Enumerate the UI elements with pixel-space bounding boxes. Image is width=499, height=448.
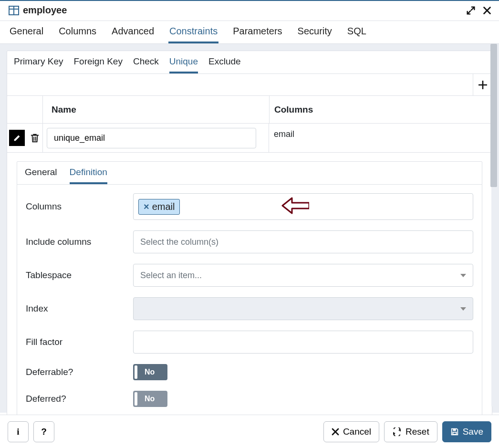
columns-label: Columns xyxy=(26,201,133,212)
chevron-down-icon xyxy=(460,274,466,277)
dialog-title: employee xyxy=(23,5,67,16)
deferrable-toggle[interactable]: No xyxy=(133,364,167,380)
reset-icon xyxy=(392,427,402,436)
subtab-exclude[interactable]: Exclude xyxy=(208,51,241,73)
save-icon xyxy=(450,427,459,436)
tab-sql[interactable]: SQL xyxy=(346,21,367,43)
detailtab-general[interactable]: General xyxy=(25,162,57,184)
grid-row: email xyxy=(7,124,492,153)
remove-tag-icon[interactable]: × xyxy=(144,201,149,212)
detail-tabs: General Definition xyxy=(17,162,482,185)
cancel-button[interactable]: Cancel xyxy=(323,421,379,442)
subtab-check[interactable]: Check xyxy=(133,51,159,73)
tab-advanced[interactable]: Advanced xyxy=(111,21,155,43)
include-placeholder: Select the column(s) xyxy=(140,237,218,247)
tab-columns[interactable]: Columns xyxy=(58,21,97,43)
fill-factor-label: Fill factor xyxy=(26,337,133,347)
grid-header: Name Columns xyxy=(7,96,492,124)
tablespace-select[interactable]: Select an item... xyxy=(133,264,473,287)
content-area: Primary Key Foreign Key Check Unique Exc… xyxy=(0,44,499,413)
tab-general[interactable]: General xyxy=(9,21,44,43)
help-button[interactable]: ? xyxy=(33,421,54,442)
header-columns: Columns xyxy=(269,96,492,123)
titlebar: employee xyxy=(0,1,499,21)
deferred-label: Deferred? xyxy=(26,394,133,404)
svg-rect-3 xyxy=(453,428,456,431)
close-icon[interactable] xyxy=(482,5,492,16)
index-label: Index xyxy=(26,303,133,314)
deferrable-label: Deferrable? xyxy=(26,367,133,377)
column-tag-label: email xyxy=(152,201,175,212)
constraint-columns-cell: email xyxy=(269,124,492,152)
tab-security[interactable]: Security xyxy=(297,21,333,43)
tab-parameters[interactable]: Parameters xyxy=(232,21,283,43)
delete-row-button[interactable] xyxy=(27,130,42,146)
header-name: Name xyxy=(42,96,269,123)
close-icon xyxy=(332,428,339,436)
reset-button[interactable]: Reset xyxy=(384,421,437,442)
detailtab-definition[interactable]: Definition xyxy=(70,162,107,184)
index-select[interactable] xyxy=(133,297,473,320)
subtab-primary-key[interactable]: Primary Key xyxy=(14,51,63,73)
deferred-toggle: No xyxy=(133,391,167,407)
include-columns-label: Include columns xyxy=(26,237,133,247)
edit-row-button[interactable] xyxy=(9,130,25,146)
expand-icon[interactable] xyxy=(466,5,476,16)
fill-factor-input[interactable] xyxy=(133,331,473,354)
constraint-detail-panel: General Definition Columns × email xyxy=(17,161,482,421)
vertical-scrollbar[interactable] xyxy=(491,44,498,406)
constraints-panel: Primary Key Foreign Key Check Unique Exc… xyxy=(7,51,492,430)
constraint-name-input[interactable] xyxy=(47,128,256,148)
save-button[interactable]: Save xyxy=(442,421,491,442)
tablespace-label: Tablespace xyxy=(26,270,133,281)
subtab-unique[interactable]: Unique xyxy=(169,51,198,73)
svg-rect-4 xyxy=(453,432,456,434)
tab-constraints[interactable]: Constraints xyxy=(168,21,218,43)
tablespace-placeholder: Select an item... xyxy=(140,271,202,281)
subtab-foreign-key[interactable]: Foreign Key xyxy=(73,51,122,73)
chevron-down-icon xyxy=(460,307,466,311)
table-icon xyxy=(9,6,19,15)
dialog-footer: i ? Cancel Reset Save xyxy=(0,415,499,448)
info-button[interactable]: i xyxy=(8,421,29,442)
add-row-button[interactable] xyxy=(473,74,492,95)
include-columns-select[interactable]: Select the column(s) xyxy=(133,230,473,253)
annotation-arrow-icon xyxy=(281,197,309,216)
main-tabs: General Columns Advanced Constraints Par… xyxy=(0,21,499,44)
columns-select[interactable]: × email xyxy=(133,193,473,220)
constraint-type-tabs: Primary Key Foreign Key Check Unique Exc… xyxy=(7,51,492,74)
column-tag: × email xyxy=(138,199,180,215)
grid-toolbar xyxy=(7,74,492,96)
scrollbar-thumb[interactable] xyxy=(490,44,497,187)
